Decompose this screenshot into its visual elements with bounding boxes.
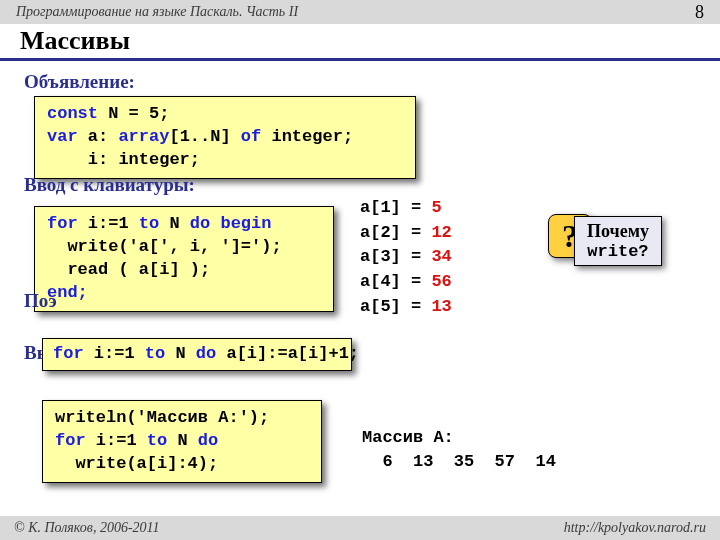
code-process: for i:=1 to N do a[i]:=a[i]+1; bbox=[42, 338, 352, 371]
kw-const: const bbox=[47, 104, 98, 123]
output-row: 6 13 35 57 14 bbox=[362, 452, 556, 471]
output-label: Массив A: bbox=[362, 428, 454, 447]
course-name: Программирование на языке Паскаль. Часть… bbox=[16, 4, 298, 20]
page-number: 8 bbox=[695, 2, 704, 23]
url-label: http://kpolyakov.narod.ru bbox=[564, 520, 706, 536]
code-output: writeln('Массив A:'); for i:=1 to N do w… bbox=[42, 400, 322, 483]
slide: Программирование на языке Паскаль. Часть… bbox=[0, 0, 720, 540]
author-label: © К. Поляков, 2006-2011 bbox=[14, 520, 160, 536]
slide-header: Программирование на языке Паскаль. Часть… bbox=[0, 0, 720, 24]
callout-why-write: Почему write? bbox=[574, 216, 662, 266]
sample-values: a[1] = 5 a[2] = 12 a[3] = 34 a[4] = 56 a… bbox=[360, 196, 452, 319]
section-declaration: Объявление: bbox=[24, 71, 700, 93]
section-input: Ввод с клавиатуры: bbox=[24, 174, 195, 196]
kw-var: var bbox=[47, 127, 78, 146]
section-process: Поэ bbox=[24, 290, 57, 312]
slide-title: Массивы bbox=[0, 24, 720, 61]
code-declaration: const N = 5; var a: array[1..N] of integ… bbox=[34, 96, 416, 179]
kw-array: array bbox=[118, 127, 169, 146]
kw-of: of bbox=[241, 127, 261, 146]
code-input-loop: for i:=1 to N do begin write('a[', i, ']… bbox=[34, 206, 334, 312]
content: Объявление: bbox=[0, 61, 720, 93]
slide-footer: © К. Поляков, 2006-2011 http://kpolyakov… bbox=[0, 516, 720, 540]
